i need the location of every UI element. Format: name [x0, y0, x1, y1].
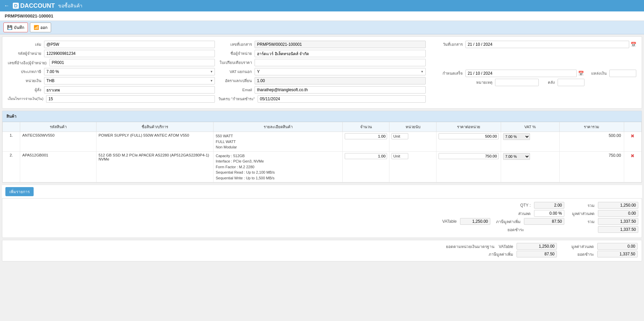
add-row-bar: เพิ่มรายการ	[2, 185, 642, 198]
supplier-code-input[interactable]	[44, 50, 215, 57]
email-input[interactable]	[255, 86, 425, 94]
row2-code: APA512GB001	[20, 151, 97, 182]
row2-delete-cell: ✖	[624, 151, 641, 182]
col-qty: จำนวน	[342, 122, 389, 132]
doc-date-calendar-icon[interactable]: 📅	[631, 42, 636, 47]
discount-percent-value[interactable]	[534, 210, 564, 217]
total-right-label: รวม	[568, 202, 595, 209]
logo-icon: D	[13, 3, 19, 9]
buyer-input[interactable]	[44, 86, 215, 94]
row2-qty-input[interactable]	[345, 153, 387, 159]
exit-button[interactable]: 📶 ออก	[30, 23, 51, 32]
due-date-label: กำหนดเสร็จ	[429, 70, 463, 76]
vatable-label: VATable	[416, 219, 457, 224]
products-section: สินค้า รหัสสินค้า ชื่อสินค้า/บริการ รายล…	[2, 111, 642, 183]
row2-total-cell: 750.00	[559, 151, 624, 182]
row1-unit-cell: Unit	[389, 132, 436, 152]
footer-vat-row: ภาษีมูลค่าเพิ่ม ยอดชำระ	[6, 251, 638, 257]
doc-id-bar: PRMP5W/00021-100001	[0, 11, 644, 21]
source-input[interactable]	[609, 70, 636, 77]
price-compare-input[interactable]	[255, 59, 425, 66]
book-input[interactable]	[44, 41, 215, 48]
footer-vat-value	[517, 251, 557, 257]
app-logo: D DACCOUNT	[13, 2, 55, 9]
summary-vatable-row: VATable ภาษีมูลค่าเพิ่ม รวม	[416, 218, 638, 225]
vatable-value	[460, 218, 490, 225]
summary-qty-row: QTY : รวม	[416, 202, 638, 209]
toolbar: 💾 บันทึก 📶 ออก	[0, 21, 644, 34]
doc-number-label: เลขที่เอกสาร	[218, 41, 252, 47]
doc-number-input	[255, 41, 425, 48]
row2-details-text: Capacity : 512GB Interface : PCIe Gen3, …	[216, 153, 340, 181]
form-col2: เลขที่เอกสาร ชื่อผู้จำหน่าย ใบเปรียบเทีย…	[218, 41, 425, 104]
currency-select[interactable]: THB	[44, 77, 215, 84]
row2-price-input[interactable]	[439, 153, 499, 159]
payment-terms-label: เงื่อนไขการจ่ายเงิน(วัน)	[8, 97, 43, 101]
footer-net-value	[597, 251, 638, 257]
warehouse-input[interactable]	[558, 79, 584, 86]
row2-unit-text: Unit	[391, 153, 408, 159]
logo-text: DACCOUNT	[20, 2, 55, 9]
exit-label: ออก	[40, 24, 47, 31]
row1-code: ANTEC550WV550	[20, 132, 97, 152]
row1-details: 550 WATTFULL WATTNon Modular	[214, 132, 342, 152]
supplier-code-label: รหัสผู้จำหน่าย	[8, 50, 41, 57]
save-icon: 💾	[7, 25, 12, 30]
row1-price-input[interactable]	[439, 133, 499, 139]
doc-date-wrap: 📅	[465, 41, 636, 48]
row1-name: POWER SUPPLY (FULL) 550W ANTEC ATOM V550	[96, 132, 214, 152]
row1-vat-select[interactable]: 7.00 %	[503, 133, 530, 140]
row1-details-text: 550 WATTFULL WATTNon Modular	[216, 133, 340, 150]
row2-details: Capacity : 512GB Interface : PCIe Gen3, …	[214, 151, 342, 182]
footer-net-label: ยอดชำระ	[560, 251, 594, 257]
receive-date-label: วันครบ "กำหนดชำระ"	[218, 96, 255, 102]
save-button[interactable]: 💾 บันทึก	[3, 23, 28, 32]
vat-separate-select[interactable]: Y	[255, 68, 425, 75]
form-col3: วันที่เอกสาร 📅 กำหนดเสร็จ 📅 แหล่งเงิน หม…	[429, 41, 636, 104]
qty-label: QTY :	[490, 203, 531, 208]
footer-vatable-label: VATable	[499, 244, 513, 249]
due-date-calendar-icon[interactable]: 📅	[578, 71, 584, 76]
book-label: เล่ม	[8, 41, 41, 47]
row1-qty-cell	[342, 132, 389, 152]
doc-date-input[interactable]	[465, 41, 629, 48]
note-label: หมายเหตุ	[472, 79, 492, 85]
back-button[interactable]: ←	[4, 3, 9, 9]
footer-std-unit-label: ยอดตามหน่วยเงินมาตรฐาน VATable	[446, 243, 513, 250]
row1-total-cell: 500.00	[559, 132, 624, 152]
vat-select[interactable]: 7.00 %	[44, 68, 215, 75]
form-col1: เล่ม รหัสผู้จำหน่าย เลขที่อ้างอิง(ผู้จำห…	[8, 41, 215, 104]
supplier-name-input[interactable]	[255, 50, 425, 57]
row2-qty-cell	[342, 151, 389, 182]
ref-number-input[interactable]	[49, 59, 215, 66]
summary-net-row: ยอดชำระ	[416, 226, 638, 233]
net-label: ยอดชำระ	[484, 226, 524, 233]
col-action	[624, 122, 641, 132]
table-row: 1. ANTEC550WV550 POWER SUPPLY (FULL) 550…	[3, 132, 642, 152]
due-date-input[interactable]	[465, 70, 577, 77]
row2-vat-select[interactable]: 7.00 %	[503, 153, 530, 160]
row2-vat-wrap: 7.00 %	[503, 153, 557, 160]
add-item-button[interactable]: เพิ่มรายการ	[5, 187, 34, 196]
footer-vatable-value	[517, 243, 557, 250]
row2-delete-button[interactable]: ✖	[631, 153, 635, 158]
summary-section: QTY : รวม ส่วนลด มูลค่าส่วนลด VATable ภา…	[2, 198, 642, 238]
products-table: รหัสสินค้า ชื่อสินค้า/บริการ รายละเอียดส…	[2, 122, 642, 182]
total-value	[598, 202, 638, 209]
top-bar: ← D DACCOUNT ขอซื้อสินค้า	[0, 0, 644, 11]
vat-label: ประเภทภาษี	[8, 69, 41, 75]
net-value	[598, 226, 638, 233]
row1-price-cell	[436, 132, 501, 152]
products-header: สินค้า	[2, 111, 642, 122]
warehouse-label: คลัง	[541, 79, 555, 85]
payment-terms-input[interactable]	[46, 95, 215, 103]
note-input[interactable]	[495, 79, 539, 86]
summary-right: QTY : รวม ส่วนลด มูลค่าส่วนลด VATable ภา…	[416, 202, 638, 234]
table-row: 2. APA512GB001 512 GB SSD M.2 PCIe APACE…	[3, 151, 642, 182]
col-code: รหัสสินค้า	[20, 122, 97, 132]
row1-qty-input[interactable]	[345, 133, 387, 139]
products-title: สินค้า	[6, 114, 16, 119]
receive-date-input[interactable]	[258, 95, 426, 103]
col-price: ราคาต่อหน่วย	[436, 122, 501, 132]
row1-delete-button[interactable]: ✖	[631, 133, 635, 139]
